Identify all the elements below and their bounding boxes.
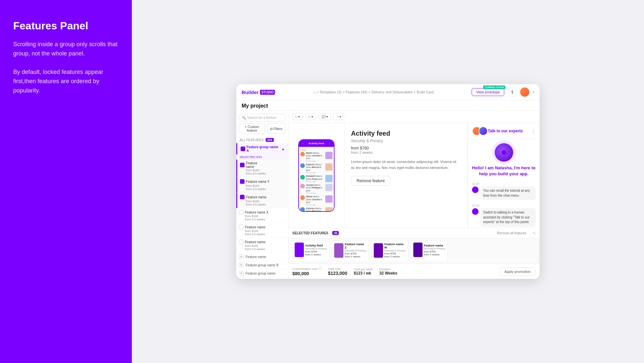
detail-pricing: from $760 <box>351 146 461 150</box>
group-item-name: Feature group name <box>246 272 276 275</box>
feed-avatar <box>300 175 305 180</box>
feature-item-duration: from 0.5 weeks <box>245 248 285 251</box>
toolbar-button-3[interactable]: 💬 ▾ <box>319 113 331 120</box>
feature-card-3[interactable]: Feature name W Security & Privacy from $… <box>371 240 408 262</box>
group-item[interactable]: ⊞ Feature group name <box>236 278 288 279</box>
feed-time: 45 min ago <box>306 181 324 182</box>
group-item[interactable]: ⊞ Feature name <box>236 253 288 261</box>
feed-time: 45 min ago <box>306 160 324 162</box>
detail-title: Activity feed <box>351 130 461 137</box>
toolbar-button-1[interactable]: □ ▾ <box>292 113 303 120</box>
feed-thumb <box>325 152 333 159</box>
toolbar-button-4[interactable]: ○ ▾ <box>334 113 344 120</box>
feature-item[interactable]: Feature name 🔗 👁 🗑 from $160 from 0.5 we… <box>236 160 288 177</box>
chat-header: Talk to our experts ⋮ <box>468 123 540 139</box>
feature-item[interactable]: Feature name 👁 🗑 from $160 from 0.5 week… <box>236 193 288 208</box>
card-price-2: from $760 <box>345 252 366 255</box>
feed-avatar <box>300 163 305 168</box>
card-thumb-2 <box>334 243 343 258</box>
info-icon[interactable]: ⓘ <box>318 267 321 271</box>
detail-description: Lorem ipsum dolor sit amet, consectetur … <box>351 159 461 171</box>
card-thumb-4 <box>413 243 423 257</box>
feature-item[interactable]: Feature name Y 👁 🗑 from $160 from 0.5 we… <box>236 177 288 193</box>
feature-card-4[interactable]: Feature name Security & Privacy from $76… <box>411 240 448 262</box>
logo: Builder STUDIO <box>242 89 275 95</box>
customisation-cost: Customisation cost ⓘ $80,000 <box>292 267 321 276</box>
feed-time: 45 min ago <box>306 192 324 194</box>
feed-text: Martin liked a photo Jennifer's post <box>306 195 324 204</box>
section-label: Today <box>300 148 333 152</box>
group-item[interactable]: ⊞ Feature group name <box>236 269 288 278</box>
feature-link-button[interactable]: 🔗 <box>267 162 272 168</box>
feed-item: Joseph liked a photo Philippe's post 45 … <box>300 184 333 194</box>
feature-eye-button[interactable]: 👁 <box>274 194 279 200</box>
feature-group-header[interactable]: Feature group name A ▲ <box>236 143 288 154</box>
preview-toolbar: □ ▾ □ ▾ 💬 ▾ ○ ▾ <box>288 111 540 123</box>
filter-button[interactable]: ⊟ Filters <box>267 123 285 134</box>
chat-bot-icon-2 <box>472 208 479 215</box>
custom-feature-button[interactable]: + Custom feature <box>239 123 265 134</box>
remove-all-button[interactable]: Remove all features <box>497 231 526 235</box>
feature-item-name: Feature name <box>246 161 266 169</box>
chat-bubble-1: You can recall the tutorial at any time … <box>472 186 536 200</box>
card-cat-1: Security & Privacy <box>305 247 327 250</box>
phone-header: ← Activity feed ⋮ <box>299 140 334 147</box>
back-icon: ← <box>302 142 304 145</box>
bottom-bar: SELECTED FEATURES 45 Remove all features… <box>288 228 540 238</box>
feed-text: Kathrine liked a photo Marcus's post <box>306 163 324 172</box>
selected-count-badge: 45 <box>332 231 339 235</box>
chat-avatar-2 <box>479 126 488 136</box>
feature-delete-button[interactable]: 🗑 <box>280 194 285 200</box>
feed-text: Elizabeth liked a photo Pauls post <box>306 175 324 181</box>
remove-feature-button[interactable]: Remove feature <box>351 176 390 186</box>
group-item-icon: ⊞ <box>239 254 244 259</box>
feature-item-name: Feature name Y <box>246 180 272 183</box>
feature-item[interactable]: Feature name from $160 from 0.5 weeks <box>236 223 288 238</box>
feature-delete-button[interactable]: 🗑 <box>280 179 285 184</box>
chat-panel: Talk to our experts ⋮ Hello! I am Natash… <box>468 123 540 228</box>
card-thumb-3 <box>374 243 383 258</box>
group-item[interactable]: ⊞ Feature group name B <box>236 261 288 269</box>
feature-card-1[interactable]: Activity feed Security & Privacy from $7… <box>292 240 329 262</box>
toolbar-button-2[interactable]: □ ▾ <box>306 113 316 120</box>
view-prototype-button[interactable]: COMING SOON View prototype <box>472 88 504 96</box>
feature-eye-button[interactable]: 👁 <box>274 179 279 184</box>
share-button[interactable]: ⇧ <box>508 87 517 97</box>
search-placeholder: Search for a feature <box>247 116 276 119</box>
chat-timestamp-2: 12:30 <box>472 204 536 207</box>
page-title: My project <box>242 103 268 109</box>
chat-timestamp-1: 12:30 <box>472 182 536 185</box>
feature-item-duration: from 0.5 weeks <box>245 233 285 236</box>
card-weeks-4: from 2 weeks <box>424 253 446 256</box>
apply-promotion-button[interactable]: Apply promotion <box>500 267 536 276</box>
feed-item: Kathrine liked a photo Marcus's post 45 … <box>300 207 333 211</box>
menu-icon: ⋮ <box>328 142 331 145</box>
group-name: Feature group name A <box>247 145 280 152</box>
feature-item[interactable]: Feature name from $160 from 0.5 weeks <box>236 238 288 253</box>
feature-item-duration: from 0.5 weeks <box>246 172 285 175</box>
avatar[interactable] <box>520 87 529 97</box>
selected-features-label: SELECTED FEATURES <box>292 231 328 235</box>
search-box[interactable]: 🔍 Search for a feature <box>239 114 285 121</box>
feed-time: 45 min ago <box>306 172 324 174</box>
card-price-1: from $760 <box>305 250 327 253</box>
card-cat-2: Security & Privacy <box>345 249 366 252</box>
duration: Duration 32 Weeks <box>379 268 397 276</box>
main-content: 🔍 Search for a feature + Custom feature … <box>236 111 540 279</box>
feature-eye-button[interactable]: 👁 <box>274 162 279 168</box>
chat-menu-icon[interactable]: ⋮ <box>531 128 536 134</box>
feature-card-2[interactable]: Feature name Z Security & Privacy from $… <box>332 240 369 262</box>
group-item-icon: ⊞ <box>239 271 244 276</box>
preview-main: ← Activity feed ⋮ Today Martin liked a p… <box>288 123 540 228</box>
feature-item-icon <box>240 163 245 167</box>
card-price-4: from $760 <box>424 250 446 253</box>
feature-item-icon <box>239 210 244 214</box>
feature-item-price: from $160 <box>246 184 285 187</box>
feature-delete-button[interactable]: 🗑 <box>280 162 285 168</box>
feed-text: Joseph liked a photo Philippe's post <box>306 184 324 192</box>
feature-item[interactable]: Feature name X from $160 from 0.5 weeks <box>236 208 288 223</box>
group-icon <box>241 147 245 151</box>
expand-icon[interactable]: ⤡ <box>532 231 536 235</box>
sidebar: 🔍 Search for a feature + Custom feature … <box>236 111 288 279</box>
panel-paragraph-1: Scrolling inside a group only scrolls th… <box>13 40 119 58</box>
